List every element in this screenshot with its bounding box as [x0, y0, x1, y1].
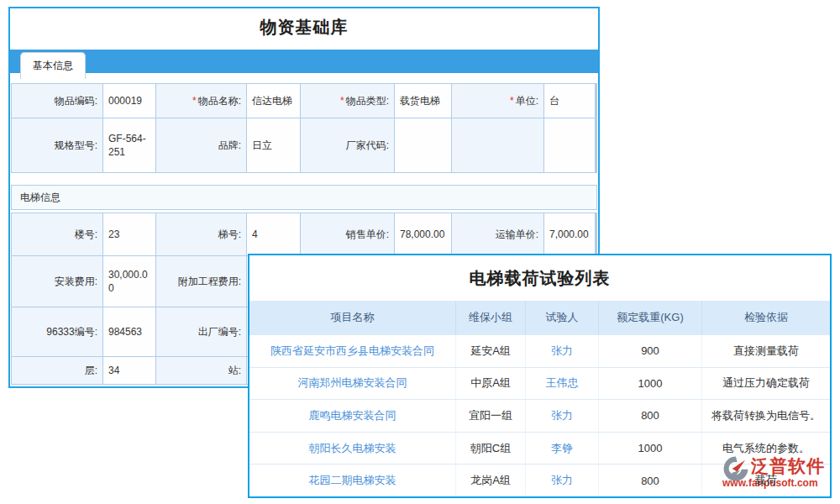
label-text: 物品类型: [346, 94, 389, 108]
label-elevator-no: 梯号: [156, 213, 246, 255]
cell-maintenance-group: 朝阳C组 [456, 433, 526, 465]
value-transport-price: 7,000.00 [544, 213, 595, 255]
label-building-no: 楼号: [12, 213, 102, 255]
value-text: 载货电梯 [400, 94, 440, 108]
label-text: 品牌: [218, 139, 241, 153]
required-star: * [510, 95, 514, 107]
header-text: 维保小组 [469, 310, 512, 325]
value-building-no: 23 [103, 213, 155, 255]
cell-rated-load: 1000 [599, 433, 702, 465]
value-text: 4 [252, 228, 258, 241]
label-factory-no: 出厂编号: [156, 307, 246, 356]
label-extra-project-fee: 附加工程费用: [156, 256, 246, 307]
label-text: 厂家代码: [346, 139, 389, 153]
value-elevator-no: 4 [247, 213, 300, 255]
cell-tester-link[interactable]: 张力 [526, 400, 599, 432]
cell-rated-load: 800 [599, 400, 702, 432]
header-project-name: 项目名称 [249, 301, 456, 334]
cell-tester-link[interactable]: 张力 [526, 335, 599, 367]
value-text: 23 [108, 228, 119, 241]
value-text: 信达电梯 [252, 94, 292, 108]
table-row: 鹿鸣电梯安装合同 宜阳一组 张力 800 将载荷转换为电信号。 [249, 399, 830, 432]
cell-project-name-link[interactable]: 花园二期电梯安装 [249, 465, 456, 496]
value-brand: 日立 [247, 118, 300, 172]
cell-inspection-basis: 载荷 [702, 465, 830, 496]
cell-tester-link[interactable]: 王伟忠 [526, 368, 599, 400]
value-text: 日立 [252, 139, 272, 152]
value-96333-no: 984563 [103, 307, 155, 356]
cell-rated-load: 800 [599, 465, 702, 496]
label-text: 站: [228, 364, 241, 378]
header-text: 额定载重(KG) [617, 310, 683, 325]
cell-project-name-link[interactable]: 朝阳长久电梯安装 [249, 433, 456, 465]
cell-project-name-link[interactable]: 鹿鸣电梯安装合同 [249, 400, 456, 432]
label-96333-no: 96333编号: [12, 307, 102, 356]
table-header-row: 项目名称 维保小组 试验人 额定载重(KG) 检验依据 [249, 301, 830, 334]
value-text: GF-564-251 [108, 132, 150, 159]
cell-inspection-basis: 直接测量载荷 [702, 335, 830, 367]
label-text: 96333编号: [46, 325, 97, 339]
label-item-name: *物品名称: [156, 84, 246, 118]
tab-basic-info[interactable]: 基本信息 [20, 52, 86, 79]
value-sale-price: 78,000.00 [395, 213, 451, 255]
cell-maintenance-group: 龙岗A组 [456, 465, 526, 496]
basic-info-form: 物品编码: 000019 *物品名称: 信达电梯 *物品类型: 载货电梯 *单位… [11, 83, 597, 173]
label-text: 销售单价: [346, 228, 389, 242]
label-unit: *单位: [452, 84, 543, 118]
label-text: 单位: [516, 94, 538, 108]
cell-inspection-basis: 电气系统的参数。 [702, 433, 830, 465]
value-item-name: 信达电梯 [247, 84, 300, 118]
value-text: 000019 [108, 94, 142, 108]
cell-rated-load: 1000 [599, 368, 702, 400]
label-spec-model: 规格型号: [12, 118, 102, 172]
label-text: 物品名称: [198, 94, 241, 108]
label-transport-price: 运输单价: [452, 213, 543, 255]
value-floor: 34 [103, 357, 155, 384]
header-text: 试验人 [546, 310, 579, 325]
value-text: 30,000.00 [108, 268, 150, 295]
cell-maintenance-group: 宜阳一组 [456, 400, 526, 432]
required-star: * [340, 95, 344, 107]
table-row: 花园二期电梯安装 龙岗A组 张力 800 载荷 [249, 464, 830, 496]
cell-rated-load: 900 [599, 335, 702, 367]
label-factory-code: 厂家代码: [301, 118, 394, 172]
label-station: 站: [156, 357, 246, 384]
value-unit: 台 [544, 84, 595, 118]
value-item-type: 载货电梯 [395, 84, 451, 118]
load-test-list-title: 电梯载荷试验列表 [249, 255, 830, 301]
elevator-info-section-header: 电梯信息 [11, 185, 597, 210]
label-item-code: 物品编码: [12, 84, 102, 118]
header-text: 项目名称 [331, 310, 375, 325]
label-text: 楼号: [75, 228, 97, 242]
table-row: 朝阳长久电梯安装 朝阳C组 李铮 1000 电气系统的参数。 [249, 432, 830, 465]
value-text: 34 [108, 364, 119, 377]
cell-inspection-basis: 将载荷转换为电信号。 [702, 400, 830, 432]
label-text: 附加工程费用: [178, 275, 241, 289]
label-blank-1 [452, 118, 543, 172]
header-text: 检验依据 [744, 310, 788, 325]
label-text: 运输单价: [496, 228, 538, 242]
label-text: 安装费用: [55, 275, 97, 289]
cell-maintenance-group: 延安A组 [456, 335, 526, 367]
required-star: * [192, 95, 197, 107]
page: 物资基础库 基本信息 物品编码: 000019 *物品名称: 信达电梯 *物品类… [0, 0, 840, 504]
cell-maintenance-group: 中原A组 [456, 368, 526, 400]
value-text: 984563 [108, 325, 142, 339]
header-maintenance-group: 维保小组 [456, 301, 526, 334]
header-inspection-basis: 检验依据 [702, 301, 830, 334]
cell-project-name-link[interactable]: 陕西省延安市西乡县电梯安装合同 [249, 335, 456, 367]
cell-tester-link[interactable]: 李铮 [526, 433, 599, 465]
value-blank-1 [544, 118, 595, 172]
table-row: 河南郑州电梯安装合同 中原A组 王伟忠 1000 通过压力确定载荷 [249, 367, 830, 400]
label-text: 物品编码: [55, 94, 97, 108]
value-text: 台 [549, 94, 559, 108]
cell-tester-link[interactable]: 张力 [526, 465, 599, 496]
cell-project-name-link[interactable]: 河南郑州电梯安装合同 [249, 368, 456, 400]
load-test-list-window: 电梯载荷试验列表 项目名称 维保小组 试验人 额定载重(KG) 检验依据 陕西省… [248, 254, 832, 498]
label-install-fee: 安装费用: [12, 256, 102, 307]
window-title: 物资基础库 [10, 8, 598, 45]
label-brand: 品牌: [156, 118, 246, 172]
value-spec-model: GF-564-251 [103, 118, 155, 172]
header-rated-load: 额定载重(KG) [599, 301, 702, 334]
table-row: 陕西省延安市西乡县电梯安装合同 延安A组 张力 900 直接测量载荷 [249, 334, 830, 367]
